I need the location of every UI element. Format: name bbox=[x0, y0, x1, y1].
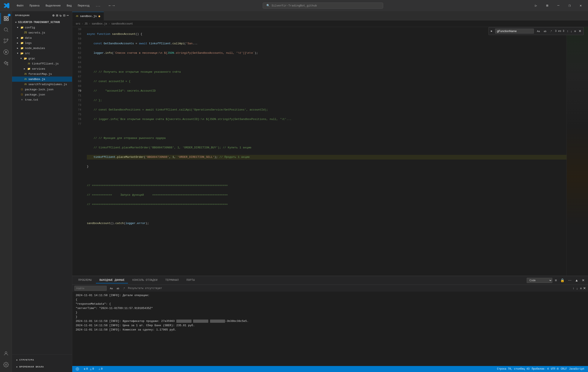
tree-file-tree-txt[interactable]: ▶ ≡ tree.txt bbox=[12, 97, 72, 102]
new-folder-icon[interactable]: ⊞ bbox=[56, 13, 58, 18]
output-find-input[interactable] bbox=[74, 286, 107, 291]
find-menu-btn[interactable]: ≡ bbox=[573, 29, 577, 33]
main-container: 1 bbox=[0, 11, 588, 372]
section-timeline[interactable]: ▶ ВРЕМЕННАЯ ШКАЛА bbox=[12, 363, 72, 370]
find-next-btn[interactable]: ↓ bbox=[570, 29, 573, 33]
find-regex-btn[interactable]: .* bbox=[549, 29, 553, 33]
output-find-word-btn[interactable]: ab bbox=[115, 287, 121, 290]
menu-more[interactable]: ... bbox=[93, 3, 103, 8]
refresh-icon[interactable]: ↻ bbox=[60, 13, 62, 18]
panel-more-btn[interactable]: ⋯ bbox=[567, 278, 572, 283]
panel-output[interactable]: 2024-11-01 14:11:58 [INFO]: Детали опера… bbox=[72, 292, 588, 366]
tree-folder-config[interactable]: ▼ 📁 config bbox=[12, 25, 72, 30]
panel-tab-output[interactable]: ВЫХОДНЫЕ ДАННЫЕ bbox=[96, 277, 128, 283]
collapse-icon[interactable]: ⊟ bbox=[63, 13, 66, 18]
output-find-close-btn[interactable]: ✕ bbox=[583, 286, 586, 290]
tree-file-secrets[interactable]: ▶ JS secrets.js bbox=[12, 30, 72, 35]
section-structure[interactable]: ▶ СТРУКТУРА bbox=[12, 357, 72, 363]
tree-root[interactable]: ▼ SILVERFIR-TRADINGBOT_GITHUB bbox=[12, 20, 72, 25]
tree-folder-data[interactable]: ▶ 📁 data bbox=[12, 35, 72, 41]
close-btn[interactable]: ✕ bbox=[576, 2, 585, 10]
breadcrumb-function[interactable]: sandboxAccount bbox=[111, 22, 133, 25]
activity-explorer[interactable]: 1 bbox=[0, 13, 12, 24]
tree-folder-src[interactable]: ▼ 📂 src bbox=[12, 51, 72, 56]
status-settings-icon-item[interactable] bbox=[75, 366, 80, 372]
output-find-prev-btn[interactable]: ↑ bbox=[572, 286, 575, 290]
panel-maximize-btn[interactable]: ▲ bbox=[574, 278, 579, 283]
activity-settings[interactable] bbox=[0, 359, 12, 370]
activity-source-control[interactable] bbox=[0, 35, 12, 46]
output-find-case-btn[interactable]: Aa bbox=[108, 287, 114, 290]
panel-tab-problems[interactable]: ПРОБЛЕМЫ bbox=[75, 277, 95, 283]
find-case-sensitive-btn[interactable]: Aa bbox=[536, 29, 541, 33]
nav-forward-btn[interactable]: → bbox=[112, 3, 115, 8]
panel-tab-terminal[interactable]: ТЕРМИНАЛ bbox=[162, 277, 182, 283]
menu-selection[interactable]: Выделение bbox=[43, 3, 63, 8]
status-errors[interactable]: ⊗ 0 △ 0 bbox=[83, 366, 95, 372]
tree-file-forecastmap[interactable]: ▶ JS forecastMap.js bbox=[12, 71, 72, 76]
output-find-next-btn[interactable]: ↓ bbox=[576, 286, 579, 290]
menu-view[interactable]: Вид bbox=[64, 3, 74, 8]
activity-search[interactable] bbox=[0, 24, 12, 35]
search-text: SilverFir-TradingBot_github bbox=[272, 4, 317, 7]
line-numbers: 30 58 59 60 61 62 63 64 65 66 67 68 69 7… bbox=[72, 27, 85, 276]
panel-tab-ports[interactable]: ПОРТЫ bbox=[183, 277, 198, 283]
panel-clear-btn[interactable]: ≡ bbox=[554, 278, 558, 283]
new-file-icon[interactable]: ⊕ bbox=[52, 13, 55, 18]
activity-run[interactable] bbox=[0, 46, 12, 58]
tree-file-package[interactable]: ▶ {} package.json bbox=[12, 92, 72, 97]
menu-go[interactable]: Переход bbox=[75, 3, 92, 8]
status-language[interactable]: JavaScript bbox=[568, 366, 585, 372]
status-warnings[interactable]: ⚠ 0 bbox=[98, 366, 103, 372]
tree-folder-grpc[interactable]: ▼ 📂 grpc bbox=[12, 56, 72, 61]
more-options-icon[interactable]: ⋯ bbox=[67, 13, 69, 18]
find-whole-word-btn[interactable]: ab bbox=[542, 29, 548, 33]
run-btn[interactable]: ▷ bbox=[531, 2, 541, 10]
panel-tab-debug[interactable]: КОНСОЛЬ ОТЛАДКИ bbox=[129, 277, 161, 283]
tree-folder-services[interactable]: ▶ 📁 services bbox=[12, 66, 72, 71]
tree-folder-node-modules[interactable]: ▶ 📁 node_modules bbox=[12, 46, 72, 51]
tree-file-tinkoffclient[interactable]: ▶ JS tinkoffClient.js bbox=[12, 61, 72, 66]
code-content[interactable]: async function sandboxAccount() { const … bbox=[85, 27, 567, 276]
maximize-btn[interactable]: ❐ bbox=[565, 2, 574, 10]
nav-back-btn[interactable]: ← bbox=[109, 3, 111, 8]
panel-close-btn[interactable]: ✕ bbox=[581, 278, 585, 283]
panel-lock-btn[interactable]: 🔒 bbox=[559, 278, 566, 283]
tab-sandbox-js[interactable]: JS sandbox.js bbox=[72, 12, 104, 21]
breadcrumb-src[interactable]: src bbox=[76, 22, 80, 25]
find-input[interactable] bbox=[495, 29, 534, 33]
output-find-menu-btn[interactable]: ≡ bbox=[579, 286, 583, 290]
menu-file[interactable]: Файл bbox=[14, 3, 26, 8]
activity-extensions[interactable] bbox=[0, 58, 12, 69]
code-line-65: // const GetSandboxPositions = await tin… bbox=[87, 107, 567, 112]
panel-select-channel[interactable]: Code Git Extension Host bbox=[527, 278, 552, 283]
status-cursor-position[interactable]: Строка 70, столбец 43 bbox=[496, 366, 530, 372]
activity-account[interactable] bbox=[0, 348, 12, 359]
find-close-btn[interactable]: ✕ bbox=[578, 29, 581, 33]
sidebar-bottom-sections: ▶ СТРУКТУРА ▶ ВРЕМЕННАЯ ШКАЛА bbox=[12, 355, 72, 372]
file-forecastmap-label: forecastMap.js bbox=[28, 73, 52, 76]
menu-edit[interactable]: Правка bbox=[27, 3, 42, 8]
find-prev-btn[interactable]: ↑ bbox=[566, 29, 569, 33]
status-eol[interactable]: CRLF bbox=[560, 366, 568, 372]
output-find-regex-btn[interactable]: .* bbox=[122, 287, 126, 290]
activity-bar: 1 bbox=[0, 11, 12, 372]
status-encoding[interactable]: UTF-8 bbox=[550, 366, 559, 372]
folder-node-modules-label: node_modules bbox=[25, 47, 45, 50]
root-label: SILVERFIR-TRADINGBOT_GITHUB bbox=[18, 21, 60, 24]
tree-file-sandbox[interactable]: ▶ JS sandbox.js bbox=[12, 76, 72, 82]
code-line-68: // // Функция для отправки рыночного орд… bbox=[87, 136, 567, 141]
breadcrumb-file[interactable]: sandbox.js bbox=[92, 22, 107, 25]
line-num-77: 77 bbox=[72, 122, 81, 127]
tree-file-package-lock[interactable]: ▶ {} package-lock.json bbox=[12, 87, 72, 92]
encoding-text: UTF-8 bbox=[551, 368, 558, 371]
code-line-61: // // Получить все открытые позиции указ… bbox=[87, 70, 567, 74]
find-widget-expand-icon[interactable]: ▶ bbox=[491, 30, 492, 33]
output-line-9: 2024-11-01 14:11:58 [INFO]: Комиссия за … bbox=[76, 328, 585, 332]
status-indentation[interactable]: Пробелов: 4 bbox=[531, 366, 549, 372]
minimize-btn[interactable]: ─ bbox=[554, 2, 563, 10]
global-search-bar[interactable]: 🔍 SilverFir-TradingBot_github bbox=[263, 3, 383, 9]
tree-file-searchtradingvolumes[interactable]: ▶ JS searchTradingVolumes.js bbox=[12, 82, 72, 87]
layout-btn[interactable]: ⊞ bbox=[542, 2, 552, 10]
tree-folder-logs[interactable]: ▶ 📁 logs bbox=[12, 41, 72, 46]
